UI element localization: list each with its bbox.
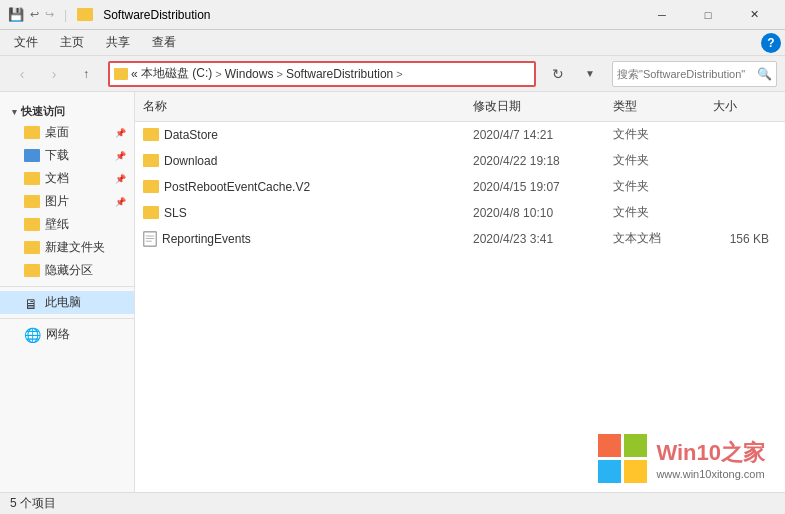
main-layout: ▾ 快速访问 桌面 📌 下载 📌 文档 📌 图片 📌 xyxy=(0,92,785,492)
title-bar: 💾 ↩ ↪ | SoftwareDistribution ─ □ ✕ xyxy=(0,0,785,30)
breadcrumb-item-0: « 本地磁盘 (C:) xyxy=(131,65,212,82)
sidebar-item-network[interactable]: 🌐 网络 xyxy=(0,323,134,346)
file-type-postreboot: 文件夹 xyxy=(605,177,705,196)
file-size-postreboot xyxy=(705,186,785,188)
breadcrumb-sep-2: > xyxy=(396,68,402,80)
back-button[interactable]: ‹ xyxy=(8,60,36,88)
watermark-text: Win10之家 www.win10xitong.com xyxy=(656,438,765,480)
documents-folder-icon xyxy=(24,172,40,185)
download-folder-icon xyxy=(24,149,40,162)
desktop-folder-icon xyxy=(24,126,40,139)
wallpaper-folder-icon xyxy=(24,218,40,231)
sidebar-item-hidden-partition[interactable]: 隐藏分区 xyxy=(0,259,134,282)
header-date[interactable]: 修改日期 xyxy=(465,96,605,117)
window-title: SoftwareDistribution xyxy=(103,8,210,22)
title-bar-controls: ─ □ ✕ xyxy=(639,0,777,30)
svg-rect-3 xyxy=(146,240,152,241)
redo-icon: ↪ xyxy=(45,8,54,21)
folder-title-icon xyxy=(77,8,93,21)
refresh-button[interactable]: ↻ xyxy=(544,60,572,88)
breadcrumb-folder-icon xyxy=(114,68,128,80)
file-name-sls: SLS xyxy=(135,205,465,221)
sidebar-item-this-pc[interactable]: 🖥 此电脑 xyxy=(0,291,134,314)
minimize-button[interactable]: ─ xyxy=(639,0,685,30)
address-bar[interactable]: « 本地磁盘 (C:) > Windows > SoftwareDistribu… xyxy=(108,61,536,87)
toolbar: ‹ › ↑ « 本地磁盘 (C:) > Windows > SoftwareDi… xyxy=(0,56,785,92)
menu-bar: 文件 主页 共享 查看 ? xyxy=(0,30,785,56)
maximize-button[interactable]: □ xyxy=(685,0,731,30)
file-size-datastore xyxy=(705,134,785,136)
close-button[interactable]: ✕ xyxy=(731,0,777,30)
watermark: Win10之家 www.win10xitong.com xyxy=(598,434,765,484)
item-count: 5 个项目 xyxy=(10,495,56,512)
table-row[interactable]: PostRebootEventCache.V2 2020/4/15 19:07 … xyxy=(135,174,785,200)
header-name[interactable]: 名称 xyxy=(135,96,465,117)
svg-rect-5 xyxy=(624,434,647,457)
table-row[interactable]: Download 2020/4/22 19:18 文件夹 xyxy=(135,148,785,174)
header-size[interactable]: 大小 xyxy=(705,96,785,117)
file-list-header: 名称 修改日期 类型 大小 xyxy=(135,92,785,122)
sidebar-item-documents[interactable]: 文档 📌 xyxy=(0,167,134,190)
file-name-download: Download xyxy=(135,153,465,169)
pictures-folder-icon xyxy=(24,195,40,208)
table-row[interactable]: SLS 2020/4/8 10:10 文件夹 xyxy=(135,200,785,226)
menu-share[interactable]: 共享 xyxy=(96,32,140,53)
breadcrumb-sep-0: > xyxy=(215,68,221,80)
undo-icon: ↩ xyxy=(30,8,39,21)
search-bar[interactable]: 🔍 xyxy=(612,61,777,87)
svg-rect-1 xyxy=(146,235,155,236)
sidebar-divider-2 xyxy=(0,318,134,319)
folder-icon-download xyxy=(143,154,159,167)
sidebar-item-desktop[interactable]: 桌面 📌 xyxy=(0,121,134,144)
file-date-datastore: 2020/4/7 14:21 xyxy=(465,127,605,143)
forward-button[interactable]: › xyxy=(40,60,68,88)
network-icon: 🌐 xyxy=(24,327,41,343)
file-name-datastore: DataStore xyxy=(135,127,465,143)
sidebar-item-wallpaper[interactable]: 壁纸 xyxy=(0,213,134,236)
address-dropdown-button[interactable]: ▼ xyxy=(576,60,604,88)
svg-rect-4 xyxy=(598,434,621,457)
search-input[interactable] xyxy=(617,68,757,80)
svg-rect-6 xyxy=(598,460,621,483)
status-bar: 5 个项目 xyxy=(0,492,785,514)
sidebar: ▾ 快速访问 桌面 📌 下载 📌 文档 📌 图片 📌 xyxy=(0,92,135,492)
sidebar-divider-1 xyxy=(0,286,134,287)
up-button[interactable]: ↑ xyxy=(72,60,100,88)
title-bar-left: 💾 ↩ ↪ | SoftwareDistribution xyxy=(8,7,211,22)
sidebar-item-pictures[interactable]: 图片 📌 xyxy=(0,190,134,213)
sidebar-network-group: 🌐 网络 xyxy=(0,323,134,346)
help-icon[interactable]: ? xyxy=(761,33,781,53)
table-row[interactable]: ReportingEvents 2020/4/23 3:41 文本文档 156 … xyxy=(135,226,785,252)
breadcrumb-sep-1: > xyxy=(276,68,282,80)
search-icon: 🔍 xyxy=(757,67,772,81)
breadcrumb-item-2: SoftwareDistribution xyxy=(286,67,393,81)
watermark-url: www.win10xitong.com xyxy=(656,468,765,480)
sidebar-item-new-folder[interactable]: 新建文件夹 xyxy=(0,236,134,259)
file-date-postreboot: 2020/4/15 19:07 xyxy=(465,179,605,195)
svg-rect-2 xyxy=(146,238,155,239)
file-name-reporting: ReportingEvents xyxy=(135,230,465,248)
file-date-download: 2020/4/22 19:18 xyxy=(465,153,605,169)
breadcrumb-item-1: Windows xyxy=(225,67,274,81)
sidebar-item-download[interactable]: 下载 📌 xyxy=(0,144,134,167)
file-type-datastore: 文件夹 xyxy=(605,125,705,144)
menu-file[interactable]: 文件 xyxy=(4,32,48,53)
quick-access-icon: 💾 xyxy=(8,7,24,22)
sidebar-quick-access-group: ▾ 快速访问 桌面 📌 下载 📌 文档 📌 图片 📌 xyxy=(0,100,134,282)
sidebar-quick-access-title[interactable]: ▾ 快速访问 xyxy=(0,100,134,121)
file-type-reporting: 文本文档 xyxy=(605,229,705,248)
file-area: 名称 修改日期 类型 大小 DataStore 2020/4/7 14:21 文… xyxy=(135,92,785,492)
header-type[interactable]: 类型 xyxy=(605,96,705,117)
hidden-partition-icon xyxy=(24,264,40,277)
file-size-sls xyxy=(705,212,785,214)
pictures-pin-icon: 📌 xyxy=(115,197,126,207)
quick-access-arrow: ▾ xyxy=(12,107,17,117)
menu-view[interactable]: 查看 xyxy=(142,32,186,53)
documents-pin-icon: 📌 xyxy=(115,174,126,184)
table-row[interactable]: DataStore 2020/4/7 14:21 文件夹 xyxy=(135,122,785,148)
svg-rect-7 xyxy=(624,460,647,483)
new-folder-icon xyxy=(24,241,40,254)
menu-home[interactable]: 主页 xyxy=(50,32,94,53)
file-size-download xyxy=(705,160,785,162)
folder-icon-sls xyxy=(143,206,159,219)
